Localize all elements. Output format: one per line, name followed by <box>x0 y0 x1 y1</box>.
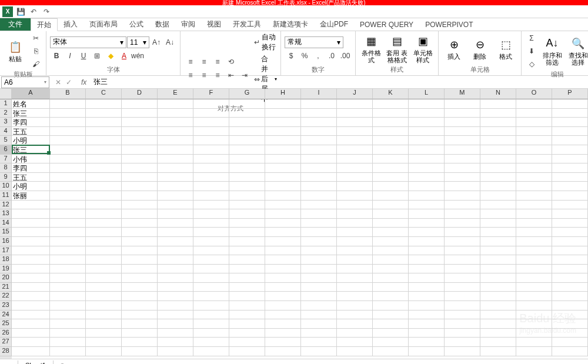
cell[interactable] <box>301 127 337 136</box>
cell[interactable] <box>122 329 158 338</box>
tab-审阅[interactable]: 审阅 <box>175 18 201 31</box>
redo-icon[interactable]: ↷ <box>41 6 52 17</box>
cell[interactable] <box>373 173 409 182</box>
cell[interactable] <box>229 109 265 118</box>
cell[interactable] <box>193 283 229 292</box>
cell[interactable] <box>337 246 373 256</box>
cell[interactable] <box>193 292 229 301</box>
cell[interactable] <box>122 246 158 256</box>
cell[interactable] <box>229 219 265 228</box>
cell[interactable]: 小明 <box>12 182 50 191</box>
cell[interactable] <box>265 219 301 228</box>
cell[interactable] <box>301 99 337 109</box>
cell[interactable] <box>50 209 86 219</box>
cell[interactable] <box>193 338 229 347</box>
cell[interactable] <box>480 301 516 310</box>
cell[interactable] <box>552 155 588 164</box>
cell[interactable] <box>409 118 445 127</box>
cell[interactable] <box>193 228 229 237</box>
column-header[interactable]: J <box>337 89 373 99</box>
cell[interactable] <box>158 109 193 118</box>
row-header[interactable]: 5 <box>0 136 12 145</box>
font-color-icon[interactable]: A <box>118 50 131 62</box>
cell[interactable] <box>516 237 552 246</box>
cell[interactable] <box>373 273 409 283</box>
cell[interactable] <box>445 338 480 347</box>
cell[interactable] <box>193 255 229 265</box>
cell[interactable] <box>409 219 445 228</box>
cell[interactable] <box>193 347 229 356</box>
cell[interactable] <box>50 292 86 301</box>
cell[interactable] <box>480 99 516 109</box>
cell[interactable] <box>516 201 552 210</box>
row-header[interactable]: 20 <box>0 273 12 283</box>
cell[interactable] <box>516 301 552 310</box>
cell[interactable] <box>516 155 552 164</box>
cell[interactable] <box>122 228 158 237</box>
cell[interactable] <box>193 246 229 256</box>
cell[interactable] <box>122 118 158 127</box>
wrap-text-button[interactable]: ↵自动换行 <box>253 32 277 52</box>
cell[interactable] <box>552 163 588 173</box>
tab-POWER QUERY[interactable]: POWER QUERY <box>354 18 419 31</box>
tab-视图[interactable]: 视图 <box>201 18 227 31</box>
column-header[interactable]: M <box>445 89 480 99</box>
cell[interactable] <box>552 219 588 228</box>
cell[interactable] <box>229 99 265 109</box>
cell[interactable] <box>445 173 480 182</box>
cell[interactable] <box>301 182 337 191</box>
cell[interactable] <box>158 127 193 136</box>
cell[interactable] <box>86 301 122 310</box>
row-header[interactable]: 19 <box>0 265 12 274</box>
decrease-decimal-icon[interactable]: .00 <box>339 50 352 62</box>
cancel-formula-icon[interactable]: ✕ <box>55 78 61 86</box>
cell[interactable] <box>516 273 552 283</box>
fill-icon[interactable]: ⬇ <box>525 45 538 57</box>
tab-新建选项卡[interactable]: 新建选项卡 <box>267 18 314 31</box>
column-header[interactable]: C <box>86 89 122 99</box>
cell[interactable] <box>158 338 193 347</box>
cell[interactable] <box>445 99 480 109</box>
font-size-select[interactable]: 11▾ <box>127 36 149 48</box>
cell[interactable] <box>445 109 480 118</box>
cell[interactable] <box>516 136 552 145</box>
cell[interactable] <box>301 201 337 210</box>
percent-icon[interactable]: % <box>298 50 311 62</box>
cell[interactable] <box>265 191 301 201</box>
cell[interactable] <box>516 145 552 155</box>
cell[interactable] <box>265 201 301 210</box>
cell[interactable] <box>516 246 552 256</box>
cell[interactable] <box>122 273 158 283</box>
cell[interactable] <box>158 155 193 164</box>
cell[interactable] <box>480 237 516 246</box>
cell[interactable] <box>50 118 86 127</box>
cell[interactable] <box>337 319 373 329</box>
cell[interactable] <box>229 155 265 164</box>
cell[interactable] <box>229 118 265 127</box>
cell[interactable] <box>480 265 516 274</box>
cell[interactable] <box>516 228 552 237</box>
cell[interactable] <box>373 283 409 292</box>
cell[interactable] <box>158 310 193 320</box>
cell[interactable] <box>12 329 50 338</box>
cell[interactable] <box>480 310 516 320</box>
cell[interactable] <box>50 109 86 118</box>
cell[interactable] <box>373 182 409 191</box>
cell[interactable] <box>50 283 86 292</box>
cell[interactable] <box>86 145 122 155</box>
cell[interactable] <box>265 283 301 292</box>
cell[interactable] <box>193 310 229 320</box>
cell[interactable] <box>193 319 229 329</box>
cell[interactable] <box>229 292 265 301</box>
copy-icon[interactable]: ⎘ <box>29 45 42 57</box>
cell[interactable] <box>516 219 552 228</box>
cell[interactable] <box>86 310 122 320</box>
cell[interactable] <box>445 145 480 155</box>
save-icon[interactable]: 💾 <box>15 6 26 17</box>
cell[interactable] <box>373 136 409 145</box>
tab-file[interactable]: 文件 <box>0 18 31 31</box>
row-header[interactable]: 6 <box>0 145 12 155</box>
column-header[interactable]: F <box>193 89 229 99</box>
cell[interactable] <box>337 292 373 301</box>
cell[interactable] <box>409 329 445 338</box>
